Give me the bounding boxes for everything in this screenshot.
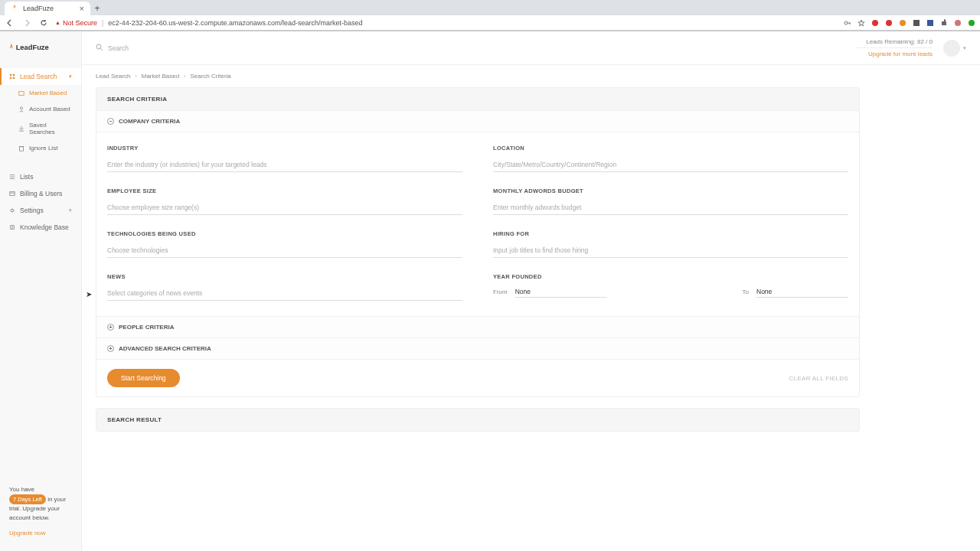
employee-size-input[interactable]: [107, 201, 462, 215]
svg-point-14: [20, 107, 22, 109]
nav-billing-users[interactable]: Billing & Users: [0, 185, 81, 202]
nav-ignore-list[interactable]: Ignore List: [0, 140, 81, 156]
adwords-input[interactable]: [493, 201, 848, 215]
search-icon: [96, 44, 103, 53]
panel-header: SEARCH RESULT: [96, 409, 859, 431]
section-title: PEOPLE CRITERIA: [119, 324, 174, 331]
nav-lists[interactable]: Lists: [0, 168, 81, 185]
svg-point-7: [969, 20, 975, 26]
key-icon[interactable]: [844, 19, 851, 27]
ext-icon-1[interactable]: [871, 19, 879, 27]
nav-saved-searches[interactable]: Saved Searches: [0, 117, 81, 140]
url-text: ec2-44-232-204-60.us-west-2.compute.amaz…: [108, 19, 362, 27]
adwords-field: MONTHLY ADWORDS BUDGET: [493, 187, 848, 215]
url-box[interactable]: Not Secure | ec2-44-232-204-60.us-west-2…: [55, 19, 838, 27]
field-label: NEWS: [107, 273, 462, 280]
field-label: LOCATION: [493, 145, 848, 152]
nav-account-based[interactable]: Account Based: [0, 101, 81, 117]
nav-lead-search[interactable]: Lead Search ▾: [0, 68, 81, 85]
star-icon[interactable]: [858, 19, 865, 27]
year-from-select[interactable]: None: [515, 286, 607, 298]
advanced-criteria-toggle[interactable]: + ADVANCED SEARCH CRITERIA: [96, 337, 859, 359]
company-criteria-toggle[interactable]: − COMPANY CRITERIA: [96, 110, 859, 132]
topbar: Leads Remaining: 82 / 0 Upgrade for more…: [82, 31, 980, 65]
breadcrumb-item[interactable]: Lead Search: [96, 73, 130, 80]
nav-market-based[interactable]: Market Based: [0, 85, 81, 101]
people-criteria-toggle[interactable]: + PEOPLE CRITERIA: [96, 316, 859, 337]
gear-icon: [9, 207, 15, 214]
clear-all-button[interactable]: CLEAR ALL FIELDS: [789, 375, 848, 382]
svg-point-1: [872, 20, 878, 26]
extension-icons: [844, 19, 975, 27]
address-bar: Not Secure | ec2-44-232-204-60.us-west-2…: [0, 15, 980, 31]
svg-rect-4: [913, 20, 920, 26]
ext-icon-6[interactable]: [968, 19, 975, 27]
back-button[interactable]: [5, 18, 15, 28]
company-criteria-body: INDUSTRY LOCATION EMPLOYEE SIZE: [96, 132, 859, 316]
panel-header: SEARCH CRITERIA: [96, 88, 859, 110]
chevron-down-icon: ▾: [69, 207, 72, 214]
plus-circle-icon: +: [107, 324, 114, 331]
svg-rect-5: [927, 20, 933, 26]
news-field: NEWS: [107, 273, 462, 301]
market-icon: [18, 90, 24, 96]
nav-settings[interactable]: Settings ▾: [0, 202, 81, 219]
not-secure-badge: Not Secure: [55, 19, 97, 27]
puzzle-icon[interactable]: [940, 19, 948, 27]
industry-field: INDUSTRY: [107, 145, 462, 172]
svg-point-0: [844, 21, 848, 24]
reload-button[interactable]: [38, 18, 49, 28]
ext-icon-3[interactable]: [899, 19, 906, 27]
field-label: HIRING FOR: [493, 230, 848, 237]
browser-tab[interactable]: LeadFuze ×: [5, 2, 90, 15]
nav-label: Lists: [20, 173, 33, 181]
saved-icon: [18, 126, 24, 132]
logo[interactable]: LeadFuze: [0, 31, 81, 65]
svg-rect-10: [13, 74, 15, 76]
nav-knowledge-base[interactable]: Knowledge Base: [0, 219, 81, 236]
avatar: [943, 40, 960, 57]
start-searching-button[interactable]: Start Searching: [107, 369, 180, 387]
upgrade-leads-link[interactable]: Upgrade for more leads: [856, 51, 933, 57]
upgrade-now-link[interactable]: Upgrade now: [9, 529, 72, 538]
sidebar: LeadFuze Lead Search ▾ Market Based Acco…: [0, 31, 82, 551]
news-input[interactable]: [107, 286, 462, 301]
location-input[interactable]: [493, 158, 848, 172]
nav-label: Account Based: [29, 106, 70, 112]
svg-point-18: [96, 44, 101, 49]
field-label: EMPLOYEE SIZE: [107, 187, 462, 194]
avatar-ext-icon[interactable]: [954, 19, 962, 27]
close-icon[interactable]: ×: [80, 4, 84, 13]
to-label: To: [743, 289, 749, 295]
field-label: MONTHLY ADWORDS BUDGET: [493, 187, 848, 194]
forward-button[interactable]: [21, 18, 32, 28]
svg-rect-12: [13, 77, 15, 79]
search-input[interactable]: [108, 41, 261, 55]
ext-icon-5[interactable]: [926, 19, 934, 27]
ext-icon-4[interactable]: [913, 19, 920, 27]
tech-input[interactable]: [107, 243, 462, 258]
new-tab-button[interactable]: +: [90, 2, 104, 15]
leads-info: Leads Remaining: 82 / 0 Upgrade for more…: [856, 38, 933, 57]
svg-point-3: [900, 20, 906, 26]
employee-size-field: EMPLOYEE SIZE: [107, 187, 462, 215]
nav-label: Billing & Users: [20, 190, 62, 197]
search-icon: [9, 73, 15, 80]
industry-input[interactable]: [107, 158, 462, 172]
global-search[interactable]: [96, 41, 261, 55]
svg-rect-15: [20, 146, 24, 151]
nav-label: Knowledge Base: [20, 223, 69, 231]
chevron-right-icon: ›: [184, 73, 185, 79]
tab-title: LeadFuze: [23, 5, 54, 12]
breadcrumb-item[interactable]: Market Based: [142, 73, 179, 80]
nav-label: Market Based: [29, 90, 67, 96]
breadcrumb-item: Search Criteria: [190, 73, 230, 80]
leads-remaining: Leads Remaining: 82 / 0: [866, 38, 933, 45]
content: Lead Search › Market Based › Search Crit…: [82, 65, 874, 439]
svg-point-6: [955, 20, 961, 26]
user-menu[interactable]: ▾: [943, 40, 966, 57]
ext-icon-2[interactable]: [885, 19, 893, 27]
hiring-input[interactable]: [493, 243, 848, 258]
year-to-select[interactable]: None: [756, 286, 848, 298]
nav-label: Ignore List: [29, 145, 57, 152]
